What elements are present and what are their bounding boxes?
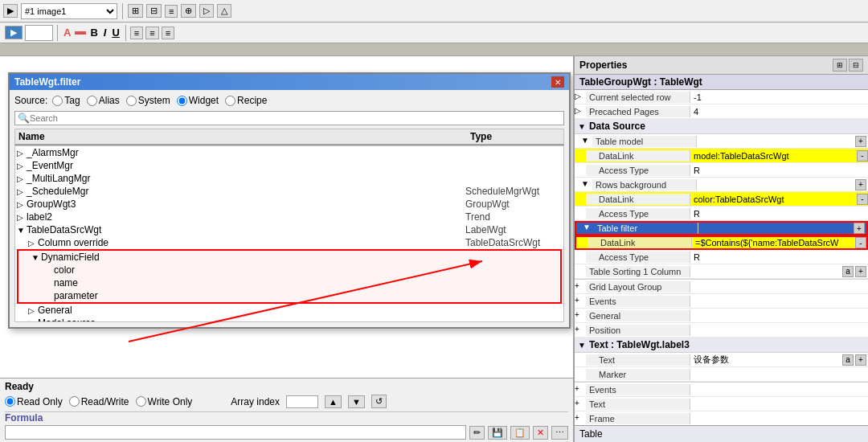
expand-btn-precached[interactable]: ▷ <box>575 106 586 117</box>
prop-label-dl1: DataLink <box>586 150 690 162</box>
expand-btn-current[interactable]: ▷ <box>575 92 586 103</box>
formula-save-btn[interactable]: 💾 <box>488 426 507 440</box>
italic-btn[interactable]: I <box>102 27 108 39</box>
dialog-titlebar[interactable]: TableWgt.filter ✕ <box>10 74 569 90</box>
radio-recipe[interactable]: Recipe <box>225 95 267 106</box>
array-index-input[interactable]: 0 <box>286 395 318 408</box>
list-item[interactable]: parameter <box>18 289 560 302</box>
prop-row-frame[interactable]: + Frame <box>575 411 868 425</box>
list-item[interactable]: ▷ GroupWgt3 GroupWgt <box>15 198 563 211</box>
list-item[interactable]: ▷ General <box>15 304 563 317</box>
toggle-icon: ▷ <box>17 149 27 158</box>
expand-btn-gl[interactable]: + <box>575 281 586 293</box>
prop-label-access2: Access Type <box>586 208 690 219</box>
section-label-datasource: Data Source <box>589 121 645 132</box>
toolbar-icon-5[interactable]: ▷ <box>199 4 214 18</box>
plus-btn-sorting[interactable]: + <box>855 266 866 277</box>
font-size-input[interactable]: 12 <box>25 25 53 41</box>
bold-btn[interactable]: B <box>88 27 99 39</box>
writeonly-label[interactable]: Write Only <box>136 396 193 407</box>
prop-label-sorting: Table Sorting 1 Column <box>586 266 690 277</box>
toolbar-icon-4[interactable]: ⊕ <box>181 4 196 18</box>
formula-more-btn[interactable]: ⋯ <box>551 426 568 440</box>
formula-edit-btn[interactable]: ✏ <box>469 426 485 440</box>
plus-btn-tf[interactable]: + <box>854 223 865 234</box>
prop-section-header-label3[interactable]: ▼ Text : TableWgt.label3 <box>575 338 868 353</box>
list-item[interactable]: color <box>18 264 560 276</box>
prop-section-header-datasource[interactable]: ▼ Data Source <box>575 119 868 134</box>
expand-btn-ev[interactable]: + <box>575 296 586 307</box>
expand-btn-tablemodel[interactable]: ▼ <box>581 136 592 147</box>
align-left-btn[interactable]: ≡ <box>130 27 143 39</box>
plus-btn-text[interactable]: + <box>855 354 866 366</box>
col-type-header: Type <box>467 129 563 144</box>
a-btn-sorting[interactable]: a <box>842 266 854 277</box>
list-item[interactable]: ▷ _EventMgr <box>15 159 563 172</box>
list-item[interactable]: ▷ Column override TableDataSrcWgt <box>15 236 563 249</box>
expand-btn-gen[interactable]: + <box>575 310 586 321</box>
list-item[interactable]: ▷ _MultiLangMgr <box>15 172 563 185</box>
expand-btn-pos[interactable]: + <box>575 325 586 336</box>
table-section-label: Table <box>579 428 603 440</box>
readwrite-label[interactable]: Read/Write <box>69 396 129 407</box>
list-item[interactable]: ▷ _AlarmsMgr <box>15 146 563 159</box>
dialog-close-btn[interactable]: ✕ <box>551 76 564 88</box>
readonly-label[interactable]: Read Only <box>5 396 63 407</box>
align-center-btn[interactable]: ≡ <box>145 27 158 39</box>
props-tb-btn2[interactable]: ⊟ <box>849 59 863 72</box>
font-color-btn[interactable]: A <box>62 27 72 39</box>
prop-label-text: Text <box>586 354 690 366</box>
radio-alias[interactable]: Alias <box>87 95 120 106</box>
prop-row-position[interactable]: + Position <box>575 323 868 338</box>
props-tb-btn1[interactable]: ⊞ <box>833 59 847 72</box>
underline-btn[interactable]: U <box>110 27 121 39</box>
prop-label-tf: Table filter <box>594 223 698 234</box>
radio-widget[interactable]: Widget <box>177 95 219 106</box>
prop-value-text: 设备参数 <box>690 353 842 366</box>
formula-copy-btn[interactable]: 📋 <box>510 426 530 440</box>
prop-row-datalink3: DataLink =$Contains(${'name:TableDataSrc… <box>575 235 868 250</box>
array-refresh-btn[interactable]: ↺ <box>371 395 387 408</box>
expand-btn-tx2[interactable]: + <box>575 399 586 410</box>
minus-btn-dl2[interactable]: - <box>857 194 868 205</box>
list-item[interactable]: ▼ TableDataSrcWgt LabelWgt <box>15 223 563 236</box>
prop-row-gridlayout[interactable]: + Grid Layout Group <box>575 280 868 294</box>
plus-btn-rowsbg[interactable]: + <box>855 179 866 190</box>
align-right-btn[interactable]: ≡ <box>162 27 174 39</box>
toolbar-icon-2[interactable]: ⊟ <box>146 4 162 18</box>
formula-delete-btn[interactable]: ✕ <box>533 426 548 440</box>
props-body[interactable]: ▷ Current selected row -1 ▷ Precached Pa… <box>575 90 868 425</box>
minus-btn-dl1[interactable]: - <box>857 150 868 162</box>
array-up-btn[interactable]: ▲ <box>325 395 342 408</box>
search-input[interactable] <box>30 113 174 123</box>
toolbar-dropdown[interactable]: #1 image1 <box>21 3 117 19</box>
radio-tag[interactable]: Tag <box>52 95 80 106</box>
list-item[interactable]: ▷ _ScheduleMgr ScheduleMgrWgt <box>15 185 563 198</box>
a-btn-text[interactable]: a <box>842 354 854 366</box>
list-item[interactable]: ▼ DynamicField <box>18 251 560 264</box>
minus-btn-dl3[interactable]: - <box>855 237 866 248</box>
right-panel: Properties ⊞ ⊟ TableGroupWgt : TableWgt … <box>575 56 868 442</box>
toolbar-btn-1[interactable]: ▶ <box>3 4 18 18</box>
expand-btn-ev2[interactable]: + <box>575 384 586 395</box>
list-item[interactable]: ▷ label2 Trend <box>15 211 563 223</box>
expand-btn-tf[interactable]: ▼ <box>583 223 594 234</box>
toolbar-icon-6[interactable]: △ <box>217 4 231 18</box>
list-item[interactable]: ▷ Model source <box>15 317 563 322</box>
array-down-btn[interactable]: ▼ <box>348 395 365 408</box>
prop-row-text2[interactable]: + Text <box>575 397 868 411</box>
prop-row-general[interactable]: + General <box>575 309 868 323</box>
radio-system[interactable]: System <box>126 95 170 106</box>
toolbar-icon-1[interactable]: ⊞ <box>128 4 143 18</box>
expand-btn-rowsbg[interactable]: ▼ <box>581 179 592 190</box>
expand-btn-fr[interactable]: + <box>575 413 586 424</box>
list-item[interactable]: name <box>18 276 560 289</box>
run-btn[interactable]: ▶ <box>5 26 23 39</box>
expand-btn-access3 <box>575 252 586 263</box>
toolbar-icon-3[interactable]: ≡ <box>165 5 178 18</box>
plus-btn-tablemodel[interactable]: + <box>855 136 866 147</box>
toggle-icon: ▷ <box>28 306 38 315</box>
prop-row-events[interactable]: + Events <box>575 294 868 309</box>
prop-row-events2[interactable]: + Events <box>575 383 868 397</box>
formula-input[interactable]: $Contains(${'name:TableDataSrcWgt'},${'v… <box>5 425 466 440</box>
